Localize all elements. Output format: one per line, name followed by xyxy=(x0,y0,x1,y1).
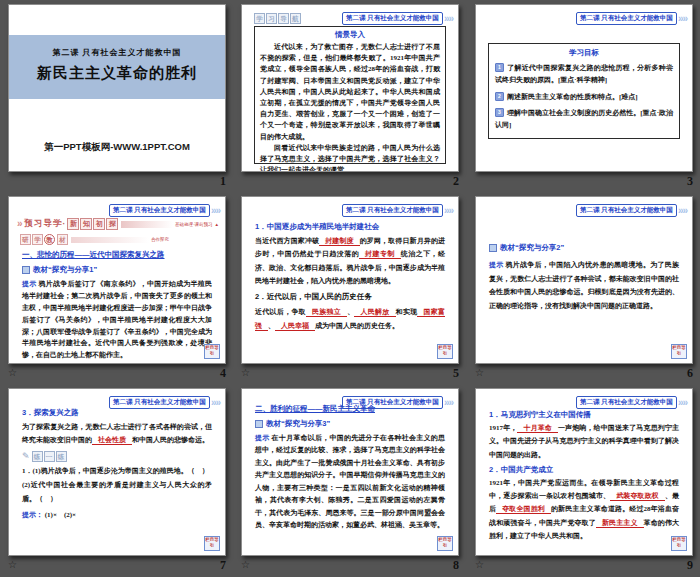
sub-banner-boxed-char: 材 xyxy=(57,234,68,245)
number-badge-1: 1 xyxy=(495,63,504,72)
sub-banner-bar xyxy=(71,237,149,243)
watermark-text: 第一PPT模板网-WWW.1PPT.COM xyxy=(9,141,225,154)
course-line: 第二课 只有社会主义才能救中国 xyxy=(9,35,225,58)
cell-slide-4: 第二课 只有社会主义才能救中国 »» » 预习导学 · 新 知 初 探 基础梳理… xyxy=(0,192,233,384)
animation-star-icon[interactable]: ☆ xyxy=(475,560,484,570)
blank-answer: 夺取全国胜利 xyxy=(496,505,551,514)
course-badge-label: 第二课 只有社会主义才能救中国 xyxy=(342,12,443,25)
intro-box: 情景导入 近代以来，为了救亡图存，无数仁人志士进行了不屈不挠的探索，但是，他们最… xyxy=(254,26,446,164)
explore-row: 教材“探究与分享2” xyxy=(489,242,679,254)
tip-label: 提示 xyxy=(255,434,269,441)
course-badge-label: 第二课 只有社会主义才能救中国 xyxy=(576,12,677,25)
explore-label: 教材“探究与分享1” xyxy=(33,264,97,276)
corner-nav-badge[interactable]: 栏目导引 xyxy=(671,344,687,359)
slide-meta-2: 2 xyxy=(241,173,459,189)
corner-nav-badge[interactable]: 栏目导引 xyxy=(204,344,220,359)
tip-paragraph: 提示 鸦片战争后签订了《南京条约》，中国开始成为半殖民地半封建社会；第二次鸦片战… xyxy=(22,278,212,362)
slide-thumbnail-9[interactable]: 第二课 只有社会主义才能救中国 »» 1．马克思列宁主义在中国传播 1917年，… xyxy=(475,388,693,556)
slide-meta-8: ☆ 8 xyxy=(241,557,459,573)
sub-banner-boxed-char: 研 xyxy=(20,234,31,245)
slide-thumbnail-6[interactable]: 第二课 只有社会主义才能救中国 »» 教材“探究与分享2” 提示 鸦片战争后，中… xyxy=(475,196,693,364)
animation-star-icon[interactable]: ☆ xyxy=(241,560,250,570)
sub-banner: 研 学 教 材 合作探究 xyxy=(19,234,169,245)
text-seg: 和实现 xyxy=(396,308,418,316)
slide-thumbnail-2[interactable]: 第二课 只有社会主义才能救中国 »» 学 习 导 航 情景导入 近代以来，为了救… xyxy=(241,4,459,172)
section-heading: 一、悲怆的历程——近代中国探索复兴之路 xyxy=(22,249,212,261)
slide-meta-6: ☆ 6 xyxy=(475,365,693,381)
corner-nav-badge[interactable]: 栏目导引 xyxy=(671,536,687,551)
slide-thumbnail-4[interactable]: 第二课 只有社会主义才能救中国 »» » 预习导学 · 新 知 初 探 基础梳理… xyxy=(8,196,226,364)
corner-nav-badge[interactable]: 栏目导引 xyxy=(204,536,220,551)
animation-star-icon[interactable]: ☆ xyxy=(8,368,17,378)
course-badge-label: 第二课 只有社会主义才能救中国 xyxy=(109,204,210,217)
corner-nav-badge[interactable]: 栏目导引 xyxy=(437,536,453,551)
title-band: 第二课 只有社会主义才能救中国 新民主主义革命的胜利 xyxy=(9,35,225,99)
answer-label: 提示： xyxy=(22,511,43,518)
explore-row: 教材“探究与分享1” xyxy=(22,264,212,276)
point-heading-1: 1．中国逐步成为半殖民地半封建社会 xyxy=(255,221,445,233)
cell-slide-6: 第二课 只有社会主义才能救中国 »» 教材“探究与分享2” 提示 鸦片战争后，中… xyxy=(467,192,700,384)
slide-thumbnail-7[interactable]: 第二课 只有社会主义才能救中国 »» 3．探索复兴之路 为了探索复兴之路，无数仁… xyxy=(8,388,226,556)
slide-meta-4: ☆ 4 xyxy=(8,365,226,381)
logo-char: 导 xyxy=(278,13,289,24)
tip-label: 提示 xyxy=(22,280,36,287)
sub-banner-boxed-char: 学 xyxy=(32,234,43,245)
chevron-right-icon: »» xyxy=(444,14,453,24)
textbook-icon xyxy=(489,244,497,252)
animation-star-icon[interactable]: ☆ xyxy=(8,560,17,570)
course-badge-label: 第二课 只有社会主义才能救中国 xyxy=(576,396,677,409)
course-badge: 第二课 只有社会主义才能救中国 »» xyxy=(342,204,453,217)
explore-row: 教材“探究与分享3” xyxy=(255,418,445,430)
logo-char: 航 xyxy=(290,13,301,24)
sub-banner-circled-char: 教 xyxy=(44,234,55,245)
cell-slide-5: 第二课 只有社会主义才能救中国 »» 1．中国逐步成为半殖民地半封建社会 当近代… xyxy=(233,192,467,384)
banner-caption: 基础梳理·课前预习 xyxy=(175,222,213,227)
intro-paragraph-2: 回看近代以来中华民族走过的路，中国人民为什么选择了马克思主义，选择了中国共产党，… xyxy=(260,143,440,172)
slide-number: 8 xyxy=(453,558,459,573)
slide-thumbnail-3[interactable]: 第二课 只有社会主义才能救中国 »» 学习目标 1了解近代中国探索复兴之路的悲怆… xyxy=(475,4,693,172)
cell-slide-9: 第二课 只有社会主义才能救中国 »» 1．马克思列宁主义在中国传播 1917年，… xyxy=(467,384,700,577)
objective-item-1: 1了解近代中国探索复兴之路的悲怆历程，分析多种尝试终归失败的原因。[重点·科学精… xyxy=(495,62,673,87)
triangle-up-icon: ▲ xyxy=(215,222,219,227)
objectives-title: 学习目标 xyxy=(495,48,673,58)
blank-answer: 封建制度 xyxy=(319,237,360,246)
textbook-icon xyxy=(22,266,30,274)
banner-title: 预习导学 xyxy=(25,218,63,230)
banner-boxed-char: 探 xyxy=(106,218,118,230)
sub-banner-caption: 合作探究 xyxy=(151,237,169,242)
cell-slide-7: 第二课 只有社会主义才能救中国 »» 3．探索复兴之路 为了探索复兴之路，无数仁… xyxy=(0,384,233,577)
tip-paragraph: 提示 在十月革命以后，中国的先进分子在各种社会主义的思想中，经过反复的比较、推求… xyxy=(255,432,445,532)
practice-char: 练 xyxy=(56,451,67,462)
slide-thumbnail-1[interactable]: 第二课 只有社会主义才能救中国 新民主主义革命的胜利 第一PPT模板网-WWW.… xyxy=(8,4,226,172)
tip-label: 提示 xyxy=(489,261,503,268)
slide-thumbnail-8[interactable]: 第二课 只有社会主义才能救中国 »» 二、胜利的征程——新民主主义革命 教材“探… xyxy=(241,388,459,556)
section-heading: 二、胜利的征程——新民主主义革命 xyxy=(255,403,445,415)
objective-item-3: 3理解中国确立社会主义制度的历史必然性。[重点·政治认同] xyxy=(495,107,673,132)
animation-star-icon[interactable]: ☆ xyxy=(241,368,250,378)
page-title: 新民主主义革命的胜利 xyxy=(9,64,225,83)
point-heading-2: 2．中国共产党成立 xyxy=(489,464,679,476)
animation-star-icon[interactable]: ☆ xyxy=(475,368,484,378)
chevron-right-icon: »» xyxy=(678,398,687,408)
blank-answer: 新民主主义 xyxy=(596,519,644,528)
number-badge-3: 3 xyxy=(495,108,504,117)
banner-boxed-char: 初 xyxy=(93,218,105,230)
slide-thumbnail-5[interactable]: 第二课 只有社会主义才能救中国 »» 1．中国逐步成为半殖民地半封建社会 当近代… xyxy=(241,196,459,364)
pencil-icon: ✎ xyxy=(22,451,30,461)
blank-answer: 武装夺取政权 xyxy=(610,492,665,501)
fill-paragraph-1: 当近代西方国家冲破封建制度的罗网，取得日新月异的进步时，中国仍然处于日趋没落的封… xyxy=(255,235,445,288)
slide-sorter-view: 第二课 只有社会主义才能救中国 新民主主义革命的胜利 第一PPT模板网-WWW.… xyxy=(0,0,700,577)
cell-slide-1: 第二课 只有社会主义才能救中国 新民主主义革命的胜利 第一PPT模板网-WWW.… xyxy=(0,0,233,192)
slide-content: 一、悲怆的历程——近代中国探索复兴之路 教材“探究与分享1” 提示 鸦片战争后签… xyxy=(22,249,212,362)
fill-paragraph-1: 1917年，十月革命一声炮响，给中国送来了马克思列宁主义。中国先进分子从马克思列… xyxy=(489,422,679,462)
question-1: 1．(1)鸦片战争后，中国逐步沦为帝国主义的殖民地。（ ） xyxy=(22,464,212,478)
cell-slide-8: 第二课 只有社会主义才能救中国 »» 二、胜利的征程——新民主主义革命 教材“探… xyxy=(233,384,467,577)
corner-nav-badge[interactable]: 栏目导引 xyxy=(437,344,453,359)
objective-text: 理解中国确立社会主义制度的历史必然性。[重点·政治认同] xyxy=(495,109,673,129)
point-heading: 3．探索复兴之路 xyxy=(22,407,212,419)
course-badge: 第二课 只有社会主义才能救中国 »» xyxy=(576,204,687,217)
point-heading-1: 1．马克思列宁主义在中国传播 xyxy=(489,409,679,421)
chevron-right-icon: »» xyxy=(678,14,687,24)
explore-label: 教材“探究与分享3” xyxy=(266,418,330,430)
tip-text: 鸦片战争后签订了《南京条约》，中国开始成为半殖民地半封建社会；第二次鸦片战争后，… xyxy=(22,280,212,359)
